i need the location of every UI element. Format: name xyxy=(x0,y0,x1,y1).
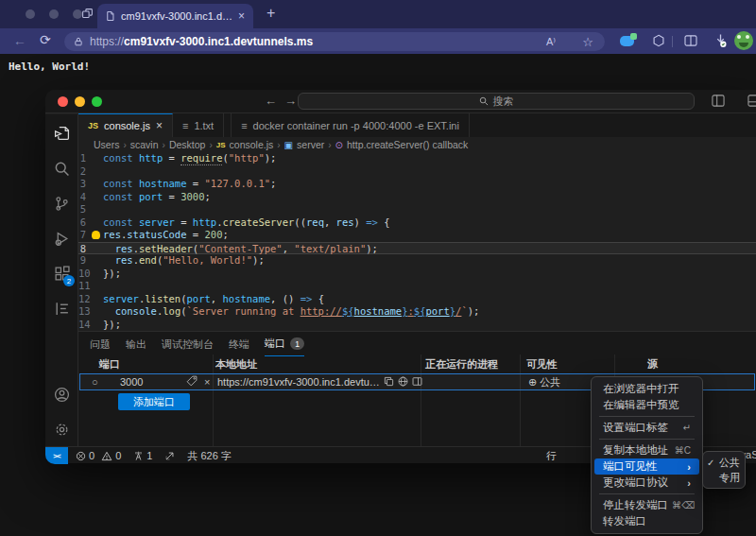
split-screen-icon[interactable] xyxy=(684,35,697,46)
tab-close-icon[interactable]: × xyxy=(238,9,245,23)
window-close-button[interactable] xyxy=(26,9,35,19)
explorer-icon[interactable] xyxy=(50,122,73,145)
url-bar[interactable]: https://cm91vxfv-3000.inc1.devtunnels.ms… xyxy=(64,32,605,51)
panel-tab-终端[interactable]: 终端 xyxy=(229,332,249,356)
command-center-search[interactable]: 搜索 xyxy=(298,93,695,110)
open-in-browser-icon[interactable] xyxy=(398,376,408,391)
code-editor[interactable]: 1const http = require("http");23const ho… xyxy=(78,152,756,331)
workspaces-icon[interactable] xyxy=(81,8,94,20)
run-debug-icon[interactable] xyxy=(50,227,73,250)
panel-tab-输出[interactable]: 输出 xyxy=(126,332,146,356)
tab-label: console.js xyxy=(104,120,150,131)
table-header-0: 端口 xyxy=(99,357,120,372)
cursor-position-status[interactable]: 行 xyxy=(546,449,557,463)
menu-item-5[interactable]: 复制本地地址⌘C xyxy=(594,442,699,458)
breadcrumb[interactable]: Users›scavin›Desktop›JSconsole.js›▣serve… xyxy=(78,137,756,152)
forwarded-address[interactable]: https://cm91vxfv-3000.inc1.devtunnels.ms xyxy=(217,374,380,389)
browser-tab-strip: cm91vxfv-3000.inc1.devtunnels.ms × + xyxy=(0,0,756,28)
menu-item-10[interactable]: 转发端口 xyxy=(594,513,699,529)
code-token: const xyxy=(103,152,139,165)
toggle-panel-icon[interactable] xyxy=(712,95,725,107)
panel-tab-问题[interactable]: 问题 xyxy=(90,332,111,356)
check-icon: ✓ xyxy=(707,458,717,468)
browser-tab[interactable]: cm91vxfv-3000.inc1.devtunnels.ms × xyxy=(97,4,253,28)
port-state-icon: ○ xyxy=(92,374,98,389)
launch-status[interactable] xyxy=(164,451,175,461)
menu-item-3[interactable]: 设置端口标签↵ xyxy=(594,420,699,436)
menu-item-1[interactable]: 在编辑器中预览 xyxy=(594,397,699,413)
tab-1-txt[interactable]: ≡ 1.txt xyxy=(173,113,224,137)
set-port-label-icon[interactable] xyxy=(186,375,198,390)
problems-status[interactable]: 0 0 xyxy=(76,450,121,461)
breadcrumb-item-desktop[interactable]: Desktop xyxy=(169,139,206,150)
extensions-icon[interactable]: 2 xyxy=(50,262,73,285)
menu-item-0[interactable]: 在浏览器中打开 xyxy=(594,381,699,397)
code-token: createServer xyxy=(222,216,294,230)
code-token: const xyxy=(103,178,139,191)
vscode-close-button[interactable] xyxy=(58,96,68,107)
copy-address-icon[interactable] xyxy=(384,376,394,391)
breadcrumb-item-users[interactable]: Users xyxy=(94,139,119,150)
refresh-icon[interactable]: ⟳ xyxy=(40,33,51,46)
panel-tab-bar: 问题输出调试控制台终端端口1 xyxy=(90,332,304,356)
tab-close-icon[interactable]: × xyxy=(156,119,163,132)
code-token: server xyxy=(139,216,175,230)
accounts-icon[interactable] xyxy=(50,383,73,406)
profile-avatar[interactable] xyxy=(734,31,753,50)
menu-item-7[interactable]: 更改端口协议› xyxy=(594,475,699,491)
panel-tab-端口[interactable]: 端口1 xyxy=(265,332,304,356)
breadcrumb-item-console-js[interactable]: console.js xyxy=(230,139,274,150)
breadcrumb-item-http-createserver-callback[interactable]: http.createServer() callback xyxy=(347,139,468,150)
search-sidebar-icon[interactable] xyxy=(50,157,73,180)
vscode-titlebar[interactable]: ←→ 搜索 xyxy=(45,90,756,113)
code-token: ${ xyxy=(342,305,354,319)
panel-tab-调试控制台[interactable]: 调试控制台 xyxy=(162,332,214,356)
outline-view-icon[interactable] xyxy=(50,297,73,320)
tab-label: docker container run -p 4000:4000 -e EXT… xyxy=(253,120,459,131)
read-aloud-icon[interactable]: A⁾ xyxy=(546,36,556,48)
code-line-4: 4const port = 3000; xyxy=(78,191,756,204)
submenu-item-1[interactable]: 专用 xyxy=(703,470,745,485)
lightbulb-icon[interactable] xyxy=(92,231,100,239)
settings-gear-icon[interactable] xyxy=(50,418,73,441)
code-line-7: 7res.statusCode = 200; xyxy=(78,229,756,242)
nav-back-icon[interactable]: ← xyxy=(265,94,284,108)
tab-docker-command[interactable]: ≡ docker container run -p 4000:4000 -e E… xyxy=(232,113,470,137)
copilot-icon[interactable] xyxy=(620,36,634,46)
source-control-icon[interactable] xyxy=(50,192,73,215)
menu-item-9[interactable]: 停止转发端口⌘⌫ xyxy=(594,497,699,513)
add-port-button[interactable]: 添加端口 xyxy=(118,393,190,410)
preview-in-editor-icon[interactable] xyxy=(412,376,422,391)
vscode-minimize-button[interactable] xyxy=(75,96,85,107)
window-minimize-button[interactable] xyxy=(49,9,59,19)
line-number: 2 xyxy=(78,165,103,179)
vscode-zoom-button[interactable] xyxy=(92,96,102,107)
browser-essentials-icon[interactable] xyxy=(652,34,665,47)
downloads-icon[interactable] xyxy=(713,33,728,48)
line-number: 5 xyxy=(78,203,103,216)
tab-console-js[interactable]: JS console.js × xyxy=(78,113,173,137)
menu-separator xyxy=(599,439,695,440)
breadcrumb-separator: › xyxy=(163,140,165,150)
breadcrumb-item-scavin[interactable]: scavin xyxy=(130,139,159,150)
submenu-item-0[interactable]: ✓公共 xyxy=(703,455,745,470)
submenu-item-label: 公共 xyxy=(719,456,740,470)
ports-count-badge: 1 xyxy=(290,337,304,350)
remote-indicator[interactable]: >< xyxy=(45,447,68,464)
line-number: 6 xyxy=(78,216,103,230)
code-token: port xyxy=(187,293,211,306)
forwarded-ports-status[interactable]: 1 xyxy=(133,450,152,461)
code-token: console xyxy=(115,305,157,319)
code-line-5: 5 xyxy=(78,203,756,216)
menu-shortcut: ↵ xyxy=(683,423,691,433)
customize-layout-icon[interactable] xyxy=(747,95,756,107)
favorite-star-icon[interactable]: ☆ xyxy=(582,35,593,49)
new-tab-button[interactable]: + xyxy=(266,5,275,22)
breadcrumb-item-server[interactable]: server xyxy=(297,139,324,150)
back-icon[interactable]: ← xyxy=(13,34,26,47)
breadcrumb-separator: › xyxy=(328,140,331,150)
word-count-status[interactable]: 共 626 字 xyxy=(187,449,231,463)
stop-forwarding-icon[interactable]: × xyxy=(204,374,210,389)
menu-item-6[interactable]: 端口可见性› xyxy=(594,458,699,475)
code-token: "text/plain" xyxy=(294,243,366,254)
